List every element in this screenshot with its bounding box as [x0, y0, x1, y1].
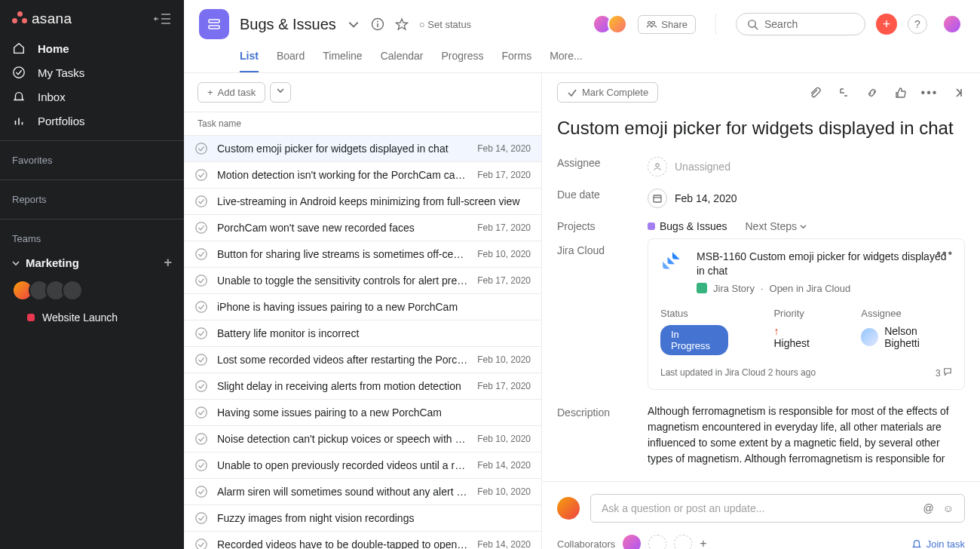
collapse-sidebar-icon[interactable] — [154, 12, 172, 26]
chevron-down-icon[interactable] — [347, 17, 360, 31]
svg-point-26 — [196, 407, 207, 418]
join-task-button[interactable]: Join task — [911, 538, 965, 550]
complete-toggle-icon[interactable] — [194, 195, 208, 208]
star-icon[interactable] — [395, 17, 409, 31]
section-selector[interactable]: Next Steps — [746, 220, 807, 232]
emoji-icon[interactable]: ☺ — [943, 502, 954, 514]
mention-icon[interactable]: @ — [923, 502, 933, 514]
add-team-icon[interactable]: + — [164, 255, 172, 271]
complete-toggle-icon[interactable] — [194, 221, 208, 235]
jira-comment-count[interactable]: 3 — [936, 367, 952, 379]
global-add-button[interactable]: + — [876, 14, 897, 35]
tab-timeline[interactable]: Timeline — [323, 44, 362, 72]
tab-list[interactable]: List — [240, 44, 259, 72]
search-icon — [747, 19, 758, 30]
help-button[interactable]: ? — [908, 14, 927, 34]
complete-toggle-icon[interactable] — [194, 432, 208, 446]
project-header: Bugs & Issues ○ Set status Share Search … — [184, 0, 980, 73]
task-row[interactable]: PorchCam won't save new recorded facesFe… — [184, 215, 541, 241]
tab-progress[interactable]: Progress — [441, 44, 483, 72]
tab-more[interactable]: More... — [550, 44, 583, 72]
complete-toggle-icon[interactable] — [194, 379, 208, 393]
svg-point-13 — [652, 21, 655, 24]
complete-toggle-icon[interactable] — [194, 406, 208, 419]
task-row[interactable]: Lost some recorded videos after restarti… — [184, 347, 541, 373]
close-detail-icon[interactable] — [951, 86, 965, 100]
svg-point-30 — [196, 513, 207, 523]
comment-input[interactable]: Ask a question or post an update... @ ☺ — [590, 494, 965, 523]
task-row[interactable]: Noise detection can't pickup voices or s… — [184, 426, 541, 452]
like-icon[interactable] — [894, 86, 908, 100]
task-row[interactable]: Unable to toggle the sensitivity control… — [184, 268, 541, 294]
complete-toggle-icon[interactable] — [194, 274, 208, 287]
task-row[interactable]: Custom emoji picker for widgets displaye… — [184, 136, 541, 162]
tab-forms[interactable]: Forms — [502, 44, 532, 72]
favorites-header[interactable]: Favorites — [0, 149, 184, 172]
add-collaborator-slot[interactable] — [648, 535, 666, 549]
mark-complete-button[interactable]: Mark Complete — [557, 82, 658, 103]
share-button[interactable]: Share — [638, 15, 696, 34]
task-row[interactable]: Recorded videos have to be double-tapped… — [184, 532, 541, 549]
task-row[interactable]: Slight delay in receiving alerts from mo… — [184, 373, 541, 400]
description-text[interactable]: Although ferromagnetism is responsible f… — [648, 403, 965, 467]
task-date: Feb 17, 2020 — [477, 275, 531, 286]
tab-calendar[interactable]: Calendar — [381, 44, 424, 72]
unassigned-avatar-icon[interactable] — [648, 157, 667, 176]
complete-toggle-icon[interactable] — [194, 353, 208, 367]
complete-toggle-icon[interactable] — [194, 327, 208, 340]
svg-rect-33 — [654, 195, 661, 202]
assignee-value[interactable]: Unassigned — [675, 161, 730, 173]
info-icon[interactable] — [371, 17, 384, 31]
more-actions-icon[interactable]: ••• — [923, 86, 936, 100]
project-members[interactable] — [597, 14, 627, 34]
project-website-launch[interactable]: Website Launch — [0, 305, 184, 330]
calendar-icon[interactable] — [648, 189, 667, 208]
project-icon[interactable] — [199, 9, 229, 39]
open-in-jira-link[interactable]: Open in Jira Cloud — [770, 283, 851, 294]
subtask-icon[interactable] — [837, 86, 850, 100]
add-task-dropdown[interactable] — [270, 82, 291, 103]
collaborator-avatar[interactable] — [623, 535, 641, 549]
reports-header[interactable]: Reports — [0, 188, 184, 211]
complete-toggle-icon[interactable] — [194, 485, 208, 498]
task-row[interactable]: Button for sharing live streams is somet… — [184, 241, 541, 268]
nav-mytasks[interactable]: My Tasks — [0, 60, 184, 84]
task-row[interactable]: Fuzzy images from night vision recording… — [184, 505, 541, 532]
nav-inbox[interactable]: Inbox — [0, 84, 184, 109]
duedate-value[interactable]: Feb 14, 2020 — [675, 192, 737, 204]
complete-toggle-icon[interactable] — [194, 511, 208, 525]
link-icon[interactable] — [865, 86, 879, 100]
project-color-dot — [27, 314, 35, 321]
complete-toggle-icon[interactable] — [194, 459, 208, 472]
user-avatar[interactable] — [942, 14, 962, 34]
task-row[interactable]: Motion detection isn't working for the P… — [184, 162, 541, 189]
complete-toggle-icon[interactable] — [194, 300, 208, 314]
complete-toggle-icon[interactable] — [194, 247, 208, 261]
attachment-icon[interactable] — [808, 86, 822, 100]
project-title[interactable]: Bugs & Issues — [240, 16, 336, 33]
task-row[interactable]: Live-streaming in Android keeps minimizi… — [184, 189, 541, 215]
jira-issue-title[interactable]: MSB-1160 Custom emoji picker for widgets… — [697, 250, 952, 278]
add-collaborator-button[interactable]: + — [700, 537, 706, 549]
check-icon — [567, 87, 577, 98]
complete-toggle-icon[interactable] — [194, 142, 208, 155]
project-label: Website Launch — [42, 311, 118, 324]
jira-card-more-icon[interactable]: ••• — [936, 247, 954, 260]
task-row[interactable]: Unable to open previously recorded video… — [184, 452, 541, 479]
complete-toggle-icon[interactable] — [194, 538, 208, 549]
tab-board[interactable]: Board — [277, 44, 305, 72]
search-input[interactable]: Search — [736, 13, 865, 35]
task-row[interactable]: Having some issues pairing to a new Porc… — [184, 400, 541, 426]
task-row[interactable]: Battery life monitor is incorrect — [184, 321, 541, 347]
task-row[interactable]: iPhone is having issues pairing to a new… — [184, 294, 541, 321]
task-title[interactable]: Custom emoji picker for widgets displaye… — [542, 112, 980, 151]
project-tag[interactable]: Bugs & Issues — [648, 220, 727, 232]
task-row[interactable]: Alarm siren will sometimes sound without… — [184, 479, 541, 505]
nav-portfolios[interactable]: Portfolios — [0, 109, 184, 133]
set-status[interactable]: ○ Set status — [419, 19, 471, 30]
team-marketing[interactable]: Marketing + — [0, 250, 184, 275]
nav-home[interactable]: Home — [0, 36, 184, 60]
add-task-button[interactable]: + Add task — [198, 82, 265, 103]
complete-toggle-icon[interactable] — [194, 168, 208, 182]
add-collaborator-slot[interactable] — [674, 535, 692, 549]
